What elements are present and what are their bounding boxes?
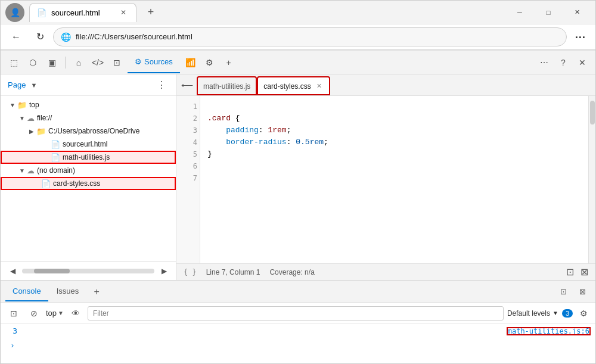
code-scrollbar-thumb[interactable] — [590, 101, 595, 125]
close-devtools-button[interactable]: ✕ — [574, 54, 591, 71]
css-file-icon: 📄 — [41, 179, 51, 188]
console-tab-issues[interactable]: Issues — [49, 282, 86, 301]
clear-console-button[interactable]: ⊡ — [5, 305, 22, 322]
inspect-element-button[interactable]: ⬚ — [5, 54, 22, 71]
toolbar-separator — [65, 57, 66, 69]
file-panel-header: Page ▼ ⋮ — [1, 74, 176, 96]
tree-label-file: file:// — [37, 114, 52, 122]
tab-close-btn[interactable]: ✕ — [118, 7, 129, 18]
go-back-button[interactable]: ⟵ — [179, 77, 195, 94]
tree-item-sourceurl[interactable]: 📄 sourceurl.html — [1, 138, 176, 151]
code-tabs-bar: ⟵ math-utilities.js card-styles.css ✕ — [176, 74, 595, 96]
wifi-icon: 📶 — [182, 54, 199, 71]
file-panel-more-button[interactable]: ⋮ — [154, 78, 169, 92]
code-scrollbar[interactable] — [588, 96, 595, 263]
performance-button[interactable]: ⚙ — [201, 54, 218, 71]
devtools-panel: ⬚ ⬡ ▣ ⌂ </> ⊡ ⚙ Sources 📶 ⚙ + ⋯ ? ✕ — [1, 49, 595, 363]
issue-count-badge: 3 — [562, 309, 573, 318]
horizontal-scrollbar[interactable] — [22, 269, 154, 273]
console-tabs-bar: Console Issues + ⊡ ⊠ — [1, 281, 595, 303]
code-content: .card { padding: 1rem; border-radius: 0.… — [200, 96, 588, 263]
tree-label-card: card-styles.css — [53, 179, 100, 188]
sources-tab[interactable]: ⚙ Sources — [128, 52, 180, 73]
close-button[interactable]: ✕ — [563, 3, 591, 22]
tree-item-top[interactable]: ▼ 📁 top — [1, 98, 176, 111]
back-button[interactable]: ← — [5, 26, 27, 48]
console-line-1: 3 math-utilities.js:6 — [5, 326, 591, 340]
line-numbers: 1 2 3 4 5 6 7 — [176, 96, 200, 263]
console-tab-console[interactable]: Console — [5, 282, 48, 301]
browser-more-button[interactable]: ⋯ — [569, 26, 591, 48]
page-chevron[interactable]: ▼ — [30, 82, 37, 89]
console-output: 3 math-utilities.js:6 › — [1, 324, 595, 363]
help-button[interactable]: ? — [555, 54, 572, 71]
eye-button[interactable]: 👁 — [67, 305, 84, 322]
scrollbar-thumb[interactable] — [34, 269, 70, 273]
tree-item-card-styles[interactable]: 📄 card-styles.css — [1, 177, 176, 190]
avatar: 👤 — [5, 3, 24, 22]
top-chevron-icon: ▼ — [58, 310, 64, 316]
tree-toggle-drive[interactable]: ▶ — [27, 128, 36, 135]
maximize-button[interactable]: □ — [535, 3, 562, 22]
tab-label: sourceurl.html — [51, 8, 113, 17]
tree-label-sourceurl: sourceurl.html — [63, 140, 107, 148]
globe-icon: 🌐 — [61, 32, 71, 42]
window-controls: ─ □ ✕ — [506, 3, 591, 22]
tab-card-styles[interactable]: card-styles.css ✕ — [257, 76, 330, 95]
sidebar-button[interactable]: ▣ — [44, 54, 60, 71]
console-action-2[interactable]: ⊠ — [574, 284, 591, 300]
console-link-area: math-utilities.js:6 — [507, 327, 591, 335]
cloud2-icon: ☁ — [27, 166, 35, 175]
console-action-1[interactable]: ⊡ — [555, 284, 572, 300]
reload-button[interactable]: ↻ — [29, 26, 51, 48]
no-symbol-button[interactable]: ⊘ — [26, 305, 42, 322]
tree-item-nodomain[interactable]: ▼ ☁ (no domain) — [1, 164, 176, 177]
elements-tab-button[interactable]: </> — [89, 54, 106, 71]
tab-card-close[interactable]: ✕ — [315, 82, 324, 91]
console-panel: Console Issues + ⊡ ⊠ ⊡ ⊘ top — [1, 280, 595, 363]
tree-toggle-file[interactable]: ▼ — [17, 115, 27, 122]
folder-icon: 📁 — [17, 101, 27, 110]
tree-label-nodomain: (no domain) — [37, 166, 75, 175]
status-action-btn[interactable]: ⊡ — [566, 267, 574, 277]
tree-toggle-nodomain[interactable]: ▼ — [17, 167, 27, 174]
tree-item-drive[interactable]: ▶ 📁 C:/Users/pabrosse/OneDrive — [1, 125, 176, 138]
tree-item-file[interactable]: ▼ ☁ file:// — [1, 111, 176, 125]
console-panel-button[interactable]: ⊡ — [108, 54, 125, 71]
console-prompt-chevron[interactable]: › — [5, 340, 20, 351]
tree-item-math-utilities[interactable]: 📄 math-utilities.js — [1, 151, 176, 164]
address-bar[interactable]: 🌐 file:///C:/Users/user/sourceurl.html — [53, 27, 567, 46]
top-selector[interactable]: top ▼ — [46, 309, 64, 318]
add-console-tab-button[interactable]: + — [89, 285, 104, 299]
console-tab-actions: ⊡ ⊠ — [555, 284, 591, 300]
devtools-main: Page ▼ ⋮ ▼ 📁 top — [1, 74, 595, 363]
status-action-btn2[interactable]: ⊠ — [581, 267, 588, 277]
scroll-right-btn[interactable]: ▶ — [157, 264, 171, 278]
tree-toggle-top[interactable]: ▼ — [8, 102, 17, 108]
devtools-panels: Page ▼ ⋮ ▼ 📁 top — [1, 74, 595, 280]
scroll-left-btn[interactable]: ◀ — [5, 264, 20, 278]
device-toolbar-button[interactable]: ⬡ — [24, 54, 41, 71]
page-label[interactable]: Page — [8, 80, 26, 89]
tab-math-utilities[interactable]: math-utilities.js — [197, 76, 257, 95]
default-levels-dropdown[interactable]: Default levels ▼ — [507, 309, 558, 318]
new-tab-button[interactable]: + — [141, 3, 160, 22]
status-coverage: Coverage: n/a — [269, 268, 314, 276]
console-number: 3 — [5, 326, 17, 335]
code-area: 1 2 3 4 5 6 7 .card { padding: 1rem; bor… — [176, 96, 595, 263]
file-tree: ▼ 📁 top ▼ ☁ file:// — [1, 96, 176, 261]
code-panel: ⟵ math-utilities.js card-styles.css ✕ — [176, 74, 595, 280]
html-file-icon: 📄 — [51, 140, 60, 149]
more-tabs-button[interactable]: + — [221, 54, 237, 71]
home-tab-button[interactable]: ⌂ — [70, 54, 87, 71]
devtools-more-button[interactable]: ⋯ — [536, 54, 552, 71]
top-label: top — [46, 309, 57, 318]
file-panel: Page ▼ ⋮ ▼ 📁 top — [1, 74, 176, 280]
minimize-button[interactable]: ─ — [506, 3, 533, 22]
console-settings-button[interactable]: ⚙ — [576, 306, 591, 321]
status-actions: ⊡ ⊠ — [566, 266, 588, 278]
filter-input[interactable] — [88, 306, 504, 321]
console-link-math[interactable]: math-utilities.js:6 — [507, 327, 591, 335]
browser-tab[interactable]: 📄 sourceurl.html ✕ — [29, 3, 136, 22]
nav-bar: ← ↻ 🌐 file:///C:/Users/user/sourceurl.ht… — [1, 24, 595, 49]
